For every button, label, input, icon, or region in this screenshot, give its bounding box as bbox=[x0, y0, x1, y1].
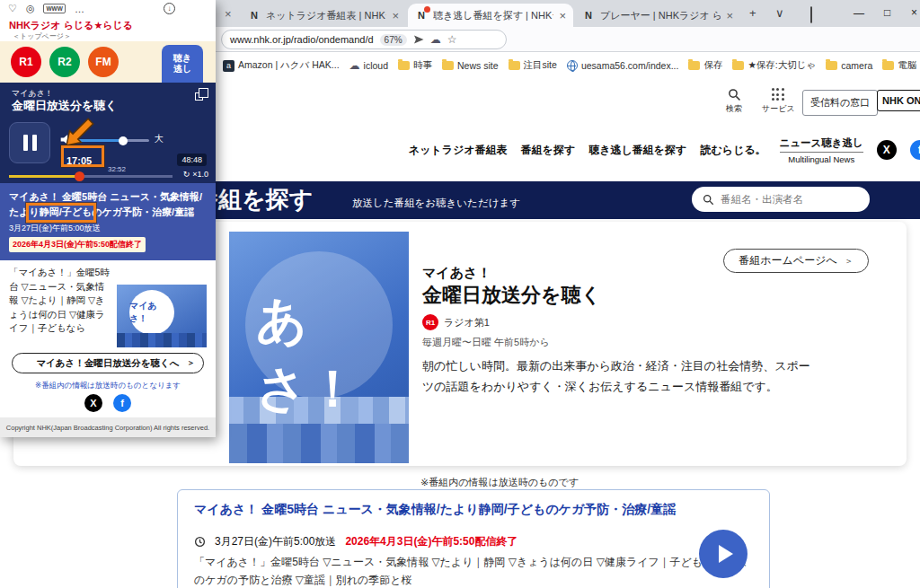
zoom-indicator[interactable]: 67% bbox=[380, 34, 407, 46]
artwork-text: あさ！ bbox=[256, 287, 409, 424]
popup-toolbar: ♡ ◎ WWW … ↓ bbox=[0, 0, 216, 17]
popup-copyright: Copyright NHK(Japan Broadcasting Corpora… bbox=[0, 417, 216, 437]
timefree-tab-active[interactable]: 聴き逃し bbox=[162, 45, 203, 83]
program-homepage-button[interactable]: 番組ホームページへ ＞ bbox=[723, 249, 869, 273]
bookmark-folder[interactable]: 注目site bbox=[509, 59, 557, 72]
search-label: 検索 bbox=[726, 103, 742, 115]
annotation-box-tayori-shizuoka bbox=[26, 203, 96, 223]
bookmark-label: 時事 bbox=[413, 59, 432, 72]
tab-label: ネットラジオ番組表 | NHKラジオ ら bbox=[266, 9, 386, 22]
chevron-right-icon: ＞ bbox=[845, 255, 854, 268]
calendar-icon[interactable] bbox=[810, 6, 812, 23]
facebook-social-icon[interactable]: f bbox=[910, 140, 920, 160]
clock-icon bbox=[194, 536, 206, 548]
bookmark-label: ★保存:大切じゃ bbox=[748, 59, 816, 72]
program-schedule: 毎週月曜〜日曜 午前5時から bbox=[422, 336, 550, 349]
nav-link-missed-programs[interactable]: 聴き逃し番組を探す bbox=[588, 143, 686, 158]
bookmark-folder[interactable]: ★保存:大切じゃ bbox=[732, 59, 816, 72]
folder-icon bbox=[826, 61, 837, 70]
send-to-device-icon[interactable] bbox=[413, 34, 424, 45]
facebook-social-icon[interactable]: f bbox=[113, 394, 131, 412]
bookmark-label: 注目site bbox=[524, 59, 557, 72]
url-text: www.nhk.or.jp/radio/ondemand/d bbox=[230, 34, 374, 45]
close-tab-icon[interactable]: × bbox=[225, 7, 232, 21]
listen-friday-button[interactable]: マイあさ！金曜日放送分を聴くへ ＞ bbox=[12, 353, 204, 373]
popup-episode-description: 「マイあさ！」金曜5時台 ▽ニュース・気象情報 ▽たより｜静岡 ▽きょうは何の日… bbox=[9, 266, 113, 336]
rajiru-logo[interactable]: NHKラジオ らじる★らじる bbox=[9, 19, 133, 32]
search-icon bbox=[703, 194, 714, 206]
x-social-icon[interactable]: X bbox=[877, 140, 897, 160]
folder-icon bbox=[442, 61, 454, 70]
nav-link-netradio[interactable]: ネットラジオ番組表 bbox=[409, 143, 508, 158]
download-icon[interactable]: ↓ bbox=[164, 3, 175, 14]
now-playing-broadcast: 3月27日(金)午前5:00放送 bbox=[9, 223, 207, 234]
minimize-button[interactable]: — bbox=[854, 7, 864, 20]
bookmark-folder[interactable]: News site bbox=[442, 60, 499, 71]
url-bar[interactable]: www.nhk.or.jp/radio/ondemand/d 67% ☁ ☆ bbox=[221, 30, 507, 49]
close-tab-icon[interactable]: × bbox=[392, 9, 399, 22]
bookmark-star-icon[interactable]: ☆ bbox=[447, 33, 457, 46]
expiry-date: 2026年4月3日(金)午前5:50配信終了 bbox=[345, 534, 518, 549]
maximize-button[interactable]: □ bbox=[884, 6, 890, 19]
artwork-skyline bbox=[229, 424, 409, 463]
bookmark-item[interactable]: ☁icloud bbox=[349, 59, 388, 72]
bookmark-label: Amazon | ハクバ HAK... bbox=[238, 59, 340, 72]
tab-netradio-schedule[interactable]: N ネットラジオ番組表 | NHKラジオ ら × bbox=[241, 4, 406, 27]
top-page-link[interactable]: ＜トップページ＞ bbox=[13, 31, 71, 41]
bookmark-folder[interactable]: 時事 bbox=[398, 59, 432, 72]
nav-link-find-programs[interactable]: 番組を探す bbox=[521, 143, 576, 158]
program-search-input[interactable]: 番組名・出演者名 bbox=[692, 187, 870, 212]
site-search-button[interactable]: 検索 bbox=[726, 88, 742, 115]
seek-knob[interactable] bbox=[75, 171, 84, 181]
bookmark-item[interactable]: aAmazon | ハクバ HAK... bbox=[223, 59, 340, 72]
episode-play-button[interactable] bbox=[699, 530, 748, 578]
program-artwork: あさ！ bbox=[229, 232, 409, 463]
pause-button[interactable] bbox=[9, 122, 50, 163]
new-tab-button[interactable]: + bbox=[749, 6, 756, 20]
pause-icon bbox=[32, 135, 37, 151]
station-fm-button[interactable]: FM bbox=[88, 47, 119, 77]
nav-news-block[interactable]: ニュース聴き逃し Multilingual News bbox=[780, 136, 863, 164]
nav-link-yomu-rajiru[interactable]: 読むらじる。 bbox=[700, 143, 765, 158]
bookmark-item[interactable]: uesama56.com/index... bbox=[567, 60, 679, 71]
seek-bar[interactable] bbox=[9, 175, 172, 178]
popup-detail-section: 「マイあさ！」金曜5時台 ▽ニュース・気象情報 ▽たより｜静岡 ▽きょうは何の日… bbox=[0, 260, 216, 417]
bookmark-label: camera bbox=[841, 60, 872, 71]
tab-list-button[interactable]: ∨ bbox=[775, 6, 784, 20]
station-r1-button[interactable]: R1 bbox=[11, 47, 41, 77]
expand-player-icon[interactable] bbox=[195, 92, 203, 101]
www-icon[interactable]: WWW bbox=[43, 4, 65, 13]
program-name: マイあさ！ bbox=[422, 265, 491, 282]
tab-player[interactable]: N プレーヤー | NHKラジオ らじる★ら × bbox=[575, 4, 740, 27]
folder-icon bbox=[398, 61, 410, 70]
station-tabs: R1 R2 FM 聴き逃し bbox=[0, 41, 216, 83]
folder-icon bbox=[688, 61, 700, 70]
close-tab-icon[interactable]: × bbox=[559, 9, 566, 22]
play-icon bbox=[719, 545, 733, 563]
bookmark-folder[interactable]: 電脳 bbox=[882, 59, 916, 72]
thumbnail-skyline bbox=[117, 333, 207, 347]
nhk-one-logo[interactable]: NHK ONE bbox=[877, 90, 920, 111]
folder-icon bbox=[882, 61, 894, 70]
cloud-icon: ☁ bbox=[349, 59, 360, 72]
bookmark-folder[interactable]: camera bbox=[826, 60, 872, 71]
playback-speed[interactable]: ↻×1.0 bbox=[183, 170, 208, 179]
bookmark-folder[interactable]: 保存 bbox=[688, 59, 722, 72]
station-r2-button[interactable]: R2 bbox=[49, 47, 80, 77]
cloud-sync-icon[interactable]: ☁ bbox=[430, 33, 441, 46]
heart-icon[interactable]: ♡ bbox=[8, 3, 17, 14]
volume-knob[interactable] bbox=[119, 136, 128, 145]
episode-card[interactable]: マイあさ！ 金曜5時台 ニュース・気象情報/たより静岡/子どものケガ予防・治療/… bbox=[177, 489, 770, 588]
folder-icon bbox=[732, 61, 744, 70]
tab-missed-programs-active[interactable]: N 聴き逃し番組を探す | NHKラジオ × bbox=[408, 4, 573, 27]
site-services-button[interactable]: サービス bbox=[762, 88, 795, 115]
window-close-button[interactable]: × bbox=[911, 6, 917, 19]
close-tab-icon[interactable]: × bbox=[726, 9, 733, 22]
x-social-icon[interactable]: X bbox=[84, 394, 102, 412]
episode-title[interactable]: マイあさ！ 金曜5時台 ニュース・気象情報/たより静岡/子どものケガ予防・治療/… bbox=[194, 502, 751, 518]
reception-fee-button[interactable]: 受信料の窓口 bbox=[802, 90, 878, 116]
services-label: サービス bbox=[762, 103, 795, 115]
reader-mode-icon[interactable]: ◎ bbox=[26, 3, 35, 14]
bookmark-label: News site bbox=[457, 60, 499, 71]
bookmark-label: uesama56.com/index... bbox=[581, 60, 679, 71]
